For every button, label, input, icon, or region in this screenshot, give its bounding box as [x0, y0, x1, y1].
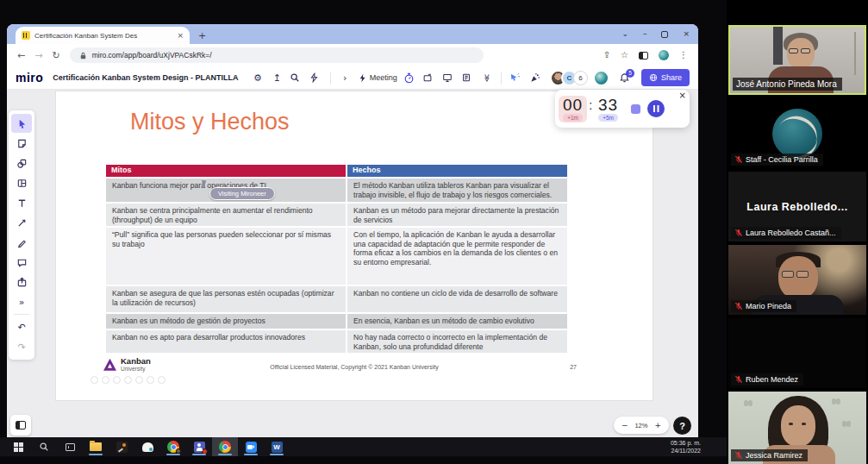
notes-icon[interactable]: [461, 72, 474, 83]
participant-name: José Antonio Pineda Mora: [733, 78, 842, 91]
zoom-app-button[interactable]: [238, 437, 264, 456]
url-text: miro.com/app/board/uXjVPACskRk=/: [92, 51, 212, 60]
start-button[interactable]: [5, 437, 31, 456]
text-tool[interactable]: [11, 193, 32, 212]
participant-tile-ruben[interactable]: Ruben Mendez: [728, 318, 866, 388]
collaborator-count[interactable]: 6: [573, 71, 588, 85]
restore-button[interactable]: [661, 31, 668, 38]
participant-tile-cecilia[interactable]: Staff - Cecilia Parrilla: [728, 98, 866, 168]
zoom-in-button[interactable]: +: [654, 422, 661, 430]
bookmark-star-icon[interactable]: ☆: [621, 51, 628, 60]
board-title[interactable]: Certificación Kanban System Design - PLA…: [53, 73, 238, 82]
extension-icon[interactable]: [659, 50, 669, 60]
app-button-1[interactable]: [109, 437, 134, 456]
zoom-level[interactable]: 12%: [634, 422, 647, 430]
taskbar-clock[interactable]: 05:36 p. m. 24/11/2022: [671, 439, 701, 455]
video-participants-sidebar: José Antonio Pineda Mora Staff - Cecilia…: [727, 0, 868, 464]
more-tools-icon[interactable]: ≫: [483, 71, 490, 84]
browser-tab[interactable]: Certificación Kanban System Des ×: [16, 27, 190, 44]
comment-tool[interactable]: [11, 253, 32, 272]
add-five-minutes-button[interactable]: +5m: [598, 114, 618, 122]
chrome-profile1-button[interactable]: [160, 437, 186, 456]
templates-tool[interactable]: [11, 173, 32, 192]
app-button-2[interactable]: [134, 437, 160, 456]
close-window-button[interactable]: ×: [683, 30, 690, 38]
undo-button[interactable]: ↶: [11, 317, 32, 336]
timer-pause-button[interactable]: [647, 100, 665, 117]
add-one-minute-button[interactable]: +1m: [563, 114, 583, 122]
participant-tile-jessica[interactable]: Jessica Ramirez: [728, 392, 866, 464]
collaborator-avatars[interactable]: C 6: [550, 70, 609, 86]
word-button[interactable]: W: [264, 437, 290, 456]
participant-tile-mario[interactable]: Mario Pineda: [728, 245, 866, 315]
select-tool[interactable]: [11, 114, 32, 133]
participant-name: Jessica Ramirez: [731, 449, 808, 461]
side-panel-icon[interactable]: [639, 52, 648, 60]
timer-stop-button[interactable]: [631, 104, 640, 114]
table-cell-myth: Kanban se asegura de que las personas es…: [106, 286, 346, 312]
search-icon[interactable]: [290, 72, 303, 83]
task-view-icon: [66, 443, 75, 451]
timer-tool-icon[interactable]: [403, 72, 416, 84]
participant-tile-jose[interactable]: José Antonio Pineda Mora: [728, 25, 866, 95]
person-silhouette: [778, 256, 818, 299]
shapes-tool[interactable]: [11, 154, 32, 172]
taskbar-search-button[interactable]: [31, 437, 57, 456]
pen-tool[interactable]: [11, 233, 32, 252]
divider: [501, 72, 502, 85]
participant-tile-laura[interactable]: Laura Rebolledo... Laura Rebolledo Casta…: [728, 172, 866, 241]
chrome-active-button[interactable]: [212, 437, 238, 456]
slide-frame[interactable]: Mitos y Hechos Mitos Hechos Kanban funci…: [56, 91, 653, 400]
new-tab-button[interactable]: +: [198, 31, 206, 41]
tab-close-icon[interactable]: ×: [177, 32, 184, 40]
meeting-button[interactable]: Meeting: [358, 73, 397, 83]
timer-widget: 00 +1m : 33 +5m ×: [555, 90, 690, 128]
timer-close-icon[interactable]: ×: [679, 91, 686, 100]
participant-name: Staff - Cecilia Parrilla: [731, 154, 823, 166]
collapse-tools-icon[interactable]: ›: [339, 73, 352, 83]
board-settings-icon[interactable]: ⚙: [251, 73, 264, 83]
more-tools-button[interactable]: »: [11, 292, 32, 311]
forward-icon[interactable]: →: [34, 51, 42, 60]
redo-button[interactable]: ↷: [11, 337, 32, 356]
browser-addressbar: ← → ↻ miro.com/app/board/uXjVPACskRk=/ ⇪…: [7, 44, 698, 66]
miro-board-canvas[interactable]: Mitos y Hechos Mitos Hechos Kanban funci…: [7, 90, 698, 437]
clock-time: 05:36 p. m.: [671, 439, 701, 447]
word-icon: W: [272, 442, 283, 453]
notifications-button[interactable]: 5: [619, 72, 630, 84]
presentation-icon[interactable]: [442, 72, 455, 83]
zoom-controls: − 12% +: [614, 417, 669, 434]
collaborator-cursor-icon: [203, 179, 207, 188]
participant-name: Mario Pineda: [731, 300, 796, 312]
browser-menu-icon[interactable]: ⋮: [679, 51, 688, 60]
url-field[interactable]: miro.com/app/board/uXjVPACskRk=/: [70, 47, 484, 63]
participant-name: Laura Rebolledo Castañ...: [731, 227, 841, 239]
export-board-icon[interactable]: ↥: [271, 73, 284, 83]
connector-tool[interactable]: [11, 213, 32, 232]
file-explorer-button[interactable]: [83, 437, 109, 456]
teams-icon: [194, 442, 205, 453]
help-button[interactable]: ?: [673, 417, 691, 435]
timer-seconds-block: 33 +5m: [594, 96, 622, 122]
app-icon: [142, 442, 153, 452]
minimize-button[interactable]: –: [643, 30, 647, 38]
tab-search-icon[interactable]: ⌄: [621, 30, 628, 38]
zoom-out-button[interactable]: −: [621, 422, 628, 430]
automation-icon[interactable]: [309, 72, 322, 83]
task-view-button[interactable]: [57, 437, 83, 456]
frames-panel-button[interactable]: [10, 415, 31, 436]
share-page-icon[interactable]: ⇪: [603, 51, 610, 60]
share-button[interactable]: Share: [641, 69, 690, 86]
search-icon: [39, 442, 49, 452]
divider: [330, 72, 331, 85]
frame-tool[interactable]: [11, 273, 32, 292]
avatar-swirl[interactable]: [593, 70, 609, 86]
back-icon[interactable]: ←: [17, 51, 25, 60]
miro-logo[interactable]: miro: [16, 71, 43, 85]
reload-icon[interactable]: ↻: [52, 51, 59, 60]
frame-capture-icon[interactable]: [422, 72, 435, 83]
sticky-note-tool[interactable]: [11, 134, 32, 153]
celebrate-icon[interactable]: [529, 72, 542, 84]
teams-button[interactable]: [186, 437, 212, 456]
laser-pointer-icon[interactable]: [509, 72, 522, 84]
